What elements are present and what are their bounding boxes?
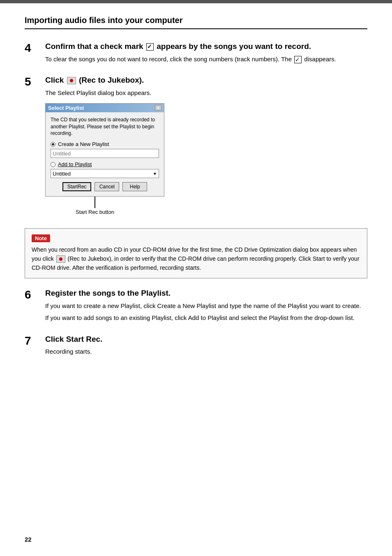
step-7-body: Recording starts. [45, 347, 367, 356]
note-text: When you record from an audio CD in your… [32, 246, 360, 272]
step-7-heading: Click Start Rec. [45, 334, 367, 345]
step-6-body2: If you want to add songs to an existing … [45, 313, 367, 322]
select-playlist-dialog: Select Playlist × The CD that you select… [45, 103, 164, 197]
step-5-content: Click (Rec to Jukebox). The Select Playl… [45, 75, 367, 218]
step-number-5: 5 [25, 75, 45, 88]
rec-button-icon-note [56, 255, 65, 263]
note-badge: Note [32, 234, 50, 242]
page-number: 22 [25, 536, 32, 543]
arrow-line [95, 197, 95, 208]
step-number-6: 6 [25, 288, 45, 301]
dialog-body: The CD that you selected is already reco… [46, 112, 164, 196]
checkbox-icon [146, 43, 154, 51]
checkbox-icon-2 [294, 56, 302, 63]
create-new-playlist-radio[interactable] [51, 142, 55, 147]
rec-button-icon [67, 77, 76, 84]
step-4-content: Confirm that a check mark appears by the… [45, 42, 367, 66]
start-rec-arrow-label: Start Rec button [76, 209, 114, 215]
step-4: 4 Confirm that a check mark appears by t… [25, 42, 367, 66]
page-title: Importing audio files into your computer [25, 16, 367, 29]
step-5-heading: Click (Rec to Jukebox). [45, 75, 367, 86]
dialog-message: The CD that you selected is already reco… [51, 116, 159, 137]
step-6-content: Register the songs to the Playlist. If y… [45, 288, 367, 325]
start-rec-arrow: Start Rec button [76, 197, 114, 215]
cancel-button[interactable]: Cancel [95, 182, 119, 191]
step-7: 7 Click Start Rec. Recording starts. [25, 334, 367, 359]
dialog-title: Select Playlist [48, 105, 84, 111]
dialog-wrapper: Select Playlist × The CD that you select… [45, 103, 367, 215]
add-to-playlist-label: Add to Playlist [58, 161, 92, 167]
create-new-playlist-radio-row: Create a New Playlist [51, 141, 159, 147]
help-button[interactable]: Help [122, 182, 147, 191]
dialog-buttons: StartRec Cancel Help [51, 182, 159, 191]
playlist-dropdown-value: Untitled [53, 171, 71, 177]
step-6-body1: If you want to create a new Playlist, cl… [45, 301, 367, 310]
add-to-playlist-radio-row: Add to Playlist [51, 161, 159, 167]
new-playlist-input[interactable] [51, 149, 159, 158]
step-6-heading: Register the songs to the Playlist. [45, 288, 367, 299]
step-number-7: 7 [25, 334, 45, 347]
playlist-dropdown-row: Untitled ▼ [51, 169, 159, 178]
create-new-playlist-label: Create a New Playlist [58, 141, 109, 147]
step-5: 5 Click (Rec to Jukebox). The Select Pla… [25, 75, 367, 218]
dialog-close-button[interactable]: × [155, 105, 161, 111]
add-to-playlist-radio[interactable] [51, 162, 55, 167]
step-4-body: To clear the songs you do not want to re… [45, 54, 367, 64]
dropdown-arrow-icon: ▼ [153, 171, 157, 176]
step-7-content: Click Start Rec. Recording starts. [45, 334, 367, 359]
playlist-dropdown[interactable]: Untitled ▼ [51, 169, 159, 178]
step-6: 6 Register the songs to the Playlist. If… [25, 288, 367, 325]
step-4-heading: Confirm that a check mark appears by the… [45, 42, 367, 52]
dialog-titlebar: Select Playlist × [46, 104, 164, 112]
note-box: Note When you record from an audio CD in… [25, 228, 367, 278]
top-bar [0, 0, 392, 3]
step-5-body: The Select Playlist dialog box appears. [45, 88, 367, 97]
start-rec-button[interactable]: StartRec [62, 182, 92, 191]
step-number-4: 4 [25, 42, 45, 54]
